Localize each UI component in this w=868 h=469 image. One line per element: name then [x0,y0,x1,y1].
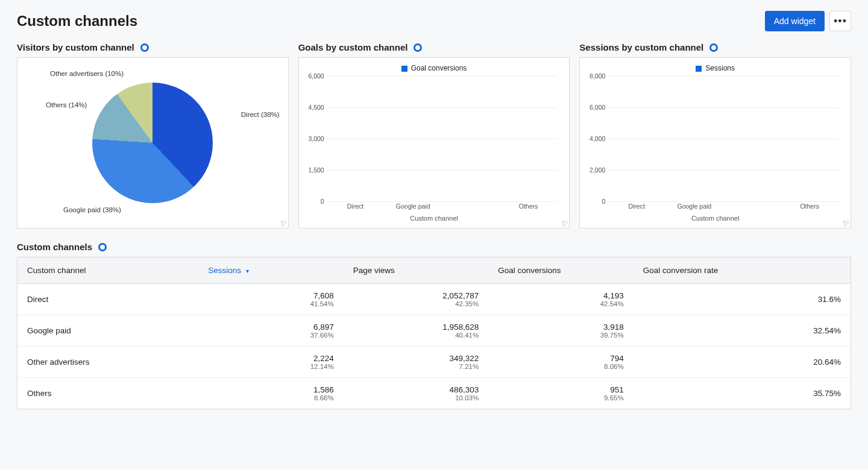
cell-pageviews: 486,30310.03% [344,378,489,409]
pie-label-other-adv: Other advertisers (10%) [50,70,124,77]
chart-legend: Sessions [580,58,851,72]
y-tick: 4,500 [305,104,324,111]
resize-handle[interactable] [843,221,849,227]
cell-sessions: 2,22412.14% [198,347,344,378]
widget-card: Direct (38%) Google paid (38%) Others (1… [17,57,289,228]
status-dot-icon [140,43,149,52]
y-tick: 6,000 [586,104,605,111]
cell-rate: 31.6% [634,284,851,315]
page-header: Custom channels Add widget ••• [17,11,851,31]
pie-graphic [92,83,213,203]
col-label: Goal conversions [498,266,561,275]
x-tick: Others [800,203,819,210]
widget-sessions: Sessions by custom channel Sessions 02,0… [579,42,851,228]
table-row[interactable]: Others1,5868.66%486,30310.03%9519.65%35.… [17,378,851,409]
widget-title-label: Custom channels [17,242,92,252]
col-label: Sessions [208,266,241,275]
chart-legend: Goal conversions [299,58,570,72]
y-tick: 2,000 [586,166,605,174]
cell-channel: Others [17,378,199,409]
x-tick: Direct [628,203,644,210]
widget-card: Sessions 02,0004,0006,0008,000 DirectGoo… [579,57,851,228]
header-actions: Add widget ••• [765,11,851,31]
col-label: Page views [353,266,395,275]
legend-label: Goal conversions [411,64,467,72]
y-tick: 8,000 [586,72,605,80]
resize-handle[interactable] [281,221,287,227]
x-axis: DirectGoogle paidOthers [608,201,838,212]
table-row[interactable]: Google paid6,89737.66%1,958,62840.41%3,9… [17,315,851,347]
page-title: Custom channels [17,13,137,30]
widget-table: Custom channels Custom channel Sessions … [17,242,851,409]
cell-goals: 3,91839.75% [488,315,634,347]
col-label: Goal conversion rate [643,266,719,275]
y-tick: 1,500 [305,166,324,174]
y-tick: 0 [305,198,324,205]
status-dot-icon [414,43,422,52]
col-sessions[interactable]: Sessions ▾ [198,257,344,284]
x-tick: Google paid [396,203,430,210]
cell-sessions: 7,60841.54% [198,284,344,315]
x-axis-label: Custom channel [299,212,570,228]
x-tick: Others [519,203,538,210]
pie-label-direct: Direct (38%) [241,111,280,118]
y-tick: 0 [586,198,605,205]
cell-channel: Google paid [17,315,199,347]
col-goals[interactable]: Goal conversions [488,257,634,284]
channels-table: Custom channel Sessions ▾ Page views Goa… [17,257,851,409]
resize-handle[interactable] [562,221,568,227]
bar-chart-goals: 01,5003,0004,5006,000 [327,76,558,201]
col-label: Custom channel [27,266,86,275]
status-dot-icon [98,243,107,251]
y-tick: 4,000 [586,135,605,142]
sort-icon: ▾ [246,268,249,274]
legend-swatch-icon [696,66,702,72]
x-tick: Direct [347,203,363,210]
x-tick: Google paid [678,203,712,210]
widget-visitors: Visitors by custom channel Direct (38%) … [17,42,289,228]
more-icon: ••• [834,15,847,28]
more-menu-button[interactable]: ••• [829,11,851,31]
cell-goals: 4,19342.54% [488,284,634,315]
cell-channel: Direct [17,284,199,315]
cell-rate: 32.54% [634,315,851,347]
table-row[interactable]: Other advertisers2,22412.14%349,3227.21%… [17,347,851,378]
widget-title-label: Visitors by custom channel [17,42,134,52]
add-widget-button[interactable]: Add widget [765,11,825,31]
widget-goals: Goals by custom channel Goal conversions… [298,42,570,228]
pie-label-google-paid: Google paid (38%) [63,206,121,213]
legend-label: Sessions [705,64,735,72]
cell-pageviews: 2,052,78742.35% [344,284,489,315]
widget-title-label: Goals by custom channel [298,42,408,52]
cell-pageviews: 1,958,62840.41% [344,315,489,347]
cell-rate: 20.64% [634,347,851,378]
pie-label-others: Others (14%) [46,101,87,109]
cell-sessions: 6,89737.66% [198,315,344,347]
y-tick: 6,000 [305,72,324,80]
legend-swatch-icon [401,66,407,72]
table-header-row: Custom channel Sessions ▾ Page views Goa… [17,257,851,284]
cell-goals: 9519.65% [488,378,634,409]
widget-card: Goal conversions 01,5003,0004,5006,000 D… [298,57,570,228]
col-channel[interactable]: Custom channel [17,257,199,284]
cell-pageviews: 349,3227.21% [344,347,489,378]
table-row[interactable]: Direct7,60841.54%2,052,78742.35%4,19342.… [17,284,851,315]
pie-chart: Direct (38%) Google paid (38%) Others (1… [17,58,288,228]
status-dot-icon [709,43,718,52]
cell-rate: 35.75% [634,378,851,409]
x-axis-label: Custom channel [580,212,851,228]
cell-channel: Other advertisers [17,347,199,378]
bar-chart-sessions: 02,0004,0006,0008,000 [608,76,838,201]
col-rate[interactable]: Goal conversion rate [634,257,851,284]
col-pageviews[interactable]: Page views [344,257,489,284]
y-tick: 3,000 [305,135,324,142]
x-axis: DirectGoogle paidOthers [327,201,558,212]
cell-sessions: 1,5868.66% [198,378,344,409]
cell-goals: 7948.06% [488,347,634,378]
widget-title-label: Sessions by custom channel [579,42,703,52]
